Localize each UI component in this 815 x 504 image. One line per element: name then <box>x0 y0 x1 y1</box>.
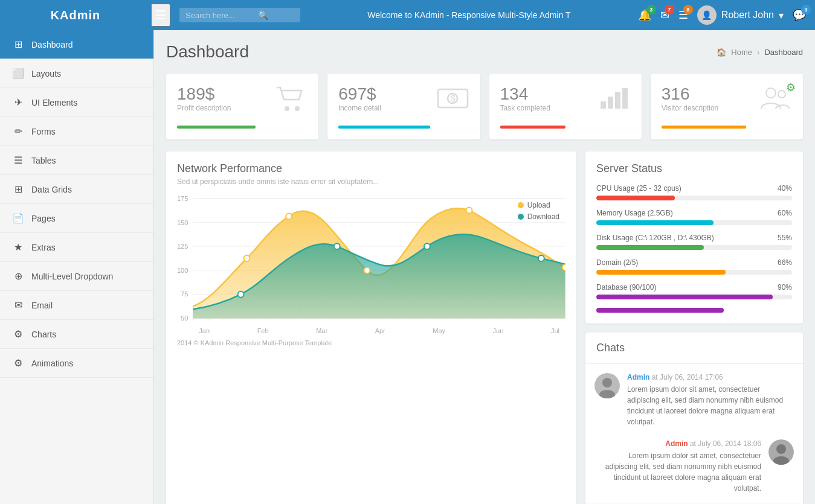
sidebar-item-label: Charts <box>31 330 56 339</box>
chat-avatar <box>594 373 620 398</box>
breadcrumb-current: Dashboard <box>764 48 803 57</box>
hamburger-button[interactable]: ☰ <box>151 4 170 27</box>
y-label: 100 <box>177 267 188 274</box>
pages-icon: 📄 <box>12 212 24 224</box>
server-label: Memory Usage (2.5GB) <box>596 209 673 217</box>
bell-icon-wrap[interactable]: 🔔 3 <box>638 8 651 22</box>
svg-point-21 <box>776 444 786 454</box>
server-label: Disk Usage (C:\ 120GB , D:\ 430GB) <box>596 234 714 242</box>
search-input[interactable] <box>185 11 258 20</box>
upload-point <box>244 255 250 261</box>
chat-text: Lorem ipsum dolor sit amet, consectetuer… <box>627 384 794 427</box>
chat-content: Admin at July 06, 2014 18:06 Lorem ipsum… <box>594 439 761 494</box>
x-label: May <box>433 327 445 334</box>
sidebar-item-forms[interactable]: ✏ Forms <box>0 117 153 146</box>
server-percent: 66% <box>778 258 792 267</box>
svg-rect-8 <box>622 88 628 109</box>
server-bar-bg <box>596 270 792 275</box>
x-label: Apr <box>375 327 385 334</box>
y-label: 175 <box>177 195 188 202</box>
main-layout: ⊞ Dashboard ⬜ Layouts ✈ UI Elements ✏ Fo… <box>0 30 815 504</box>
sidebar-item-extras[interactable]: ★ Extras <box>0 233 153 262</box>
stat-value: 189$ <box>177 85 231 104</box>
stat-card-visitors: ⚙ 316 Visitor description <box>651 74 803 139</box>
sidebar-item-data-grids[interactable]: ⊞ Data Grids <box>0 175 153 204</box>
sidebar-item-label: Forms <box>31 127 56 136</box>
list-icon-wrap[interactable]: ☰ 8 <box>678 8 688 22</box>
sidebar-item-animations[interactable]: ⚙ Animations <box>0 349 153 378</box>
chat-avatar <box>768 439 794 465</box>
server-item-header: CPU Usage (25 - 32 cpus) 40% <box>596 184 792 193</box>
network-card: Network Performance Sed ut perspiciatis … <box>166 152 576 504</box>
server-bar <box>596 245 704 250</box>
stat-cards: 189$ Profit description <box>166 74 803 139</box>
user-menu[interactable]: 👤 Robert John ▾ <box>697 5 784 25</box>
server-percent: 40% <box>778 184 792 193</box>
svg-rect-6 <box>608 97 613 109</box>
chats-body: Admin at July 06, 2014 17:06 Lorem ipsum… <box>585 364 803 503</box>
brand-logo: KAdmin <box>9 8 142 22</box>
stat-desc: income detail <box>338 104 381 112</box>
chart-svg <box>193 195 565 322</box>
chat-author: Admin <box>627 373 649 381</box>
nav-icons: 🔔 3 ✉ 7 ☰ 8 👤 Robert John ▾ 💬 3 <box>638 5 806 25</box>
stat-card-profit: 189$ Profit description <box>166 74 318 139</box>
upload-point <box>364 267 370 273</box>
animations-icon: ⚙ <box>12 357 24 369</box>
y-label: 75 <box>181 290 188 298</box>
network-subtitle: Sed ut perspiciatis unde omnis iste natu… <box>177 177 565 186</box>
sidebar-item-layouts[interactable]: ⬜ Layouts <box>0 59 153 88</box>
chat-item: Admin at July 06, 2014 18:06 Lorem ipsum… <box>594 439 794 494</box>
sidebar-item-email[interactable]: ✉ Email <box>0 291 153 320</box>
upload-point <box>466 207 472 213</box>
chat-item: Admin at July 06, 2014 17:06 Lorem ipsum… <box>594 373 794 427</box>
network-chart: 175 150 125 100 75 50 <box>177 195 565 346</box>
server-item: Memory Usage (2.5GB) 60% <box>596 209 792 225</box>
users-icon <box>759 85 792 118</box>
dollar-icon: $ <box>436 85 469 118</box>
server-item-header: Memory Usage (2.5GB) 60% <box>596 209 792 217</box>
x-label: Jul <box>551 327 559 334</box>
chat-icon-wrap[interactable]: 💬 3 <box>793 8 806 22</box>
download-point <box>424 243 430 249</box>
server-percent: 60% <box>778 209 792 217</box>
server-item-header: Domain (2/5) 66% <box>596 258 792 267</box>
chart-footer: 2014 © KAdmin Responsive Multi-Purpose T… <box>177 339 565 346</box>
server-status: Server Status CPU Usage (25 - 32 cpus) 4… <box>585 152 803 324</box>
ui-elements-icon: ✈ <box>12 97 24 108</box>
svg-point-10 <box>778 91 785 98</box>
svg-point-1 <box>295 106 300 111</box>
dashboard-icon: ⊞ <box>12 39 24 50</box>
avatar: 👤 <box>697 5 717 25</box>
sidebar-item-ui-elements[interactable]: ✈ UI Elements <box>0 88 153 117</box>
extras-icon: ★ <box>12 241 24 253</box>
stat-value: 134 <box>500 85 550 104</box>
chevron-down-icon: ▾ <box>779 10 784 21</box>
sidebar-item-tables[interactable]: ☰ Tables <box>0 146 153 175</box>
breadcrumb-home[interactable]: Home <box>731 48 752 57</box>
forms-icon: ✏ <box>12 126 24 137</box>
server-label: Domain (2/5) <box>596 258 638 267</box>
sidebar-item-multilevel-dropdown[interactable]: ⊕ Multi-Level Dropdown <box>0 262 153 291</box>
sidebar-item-label: Data Grids <box>31 185 72 194</box>
stat-card-tasks: 134 Task completed <box>489 74 642 139</box>
email-icon-wrap[interactable]: ✉ 7 <box>660 8 669 22</box>
stat-value: 697$ <box>338 85 381 104</box>
x-label: Jun <box>493 327 504 334</box>
sidebar-item-charts[interactable]: ⚙ Charts <box>0 320 153 349</box>
sidebar-item-label: Email <box>31 301 53 310</box>
page-title: Dashboard <box>166 42 249 62</box>
sidebar-item-pages[interactable]: 📄 Pages <box>0 204 153 233</box>
svg-point-9 <box>766 88 776 98</box>
server-bar-bg <box>596 245 792 250</box>
server-item: Domain (2/5) 66% <box>596 258 792 275</box>
upload-point <box>286 213 292 219</box>
cart-icon <box>274 85 308 118</box>
sidebar-item-label: Multi-Level Dropdown <box>31 272 113 281</box>
svg-point-18 <box>602 378 612 388</box>
server-bar <box>596 295 773 299</box>
sidebar-item-dashboard[interactable]: ⊞ Dashboard <box>0 30 153 59</box>
server-title: Server Status <box>596 162 792 175</box>
download-point <box>238 292 244 298</box>
y-label: 125 <box>177 243 188 250</box>
